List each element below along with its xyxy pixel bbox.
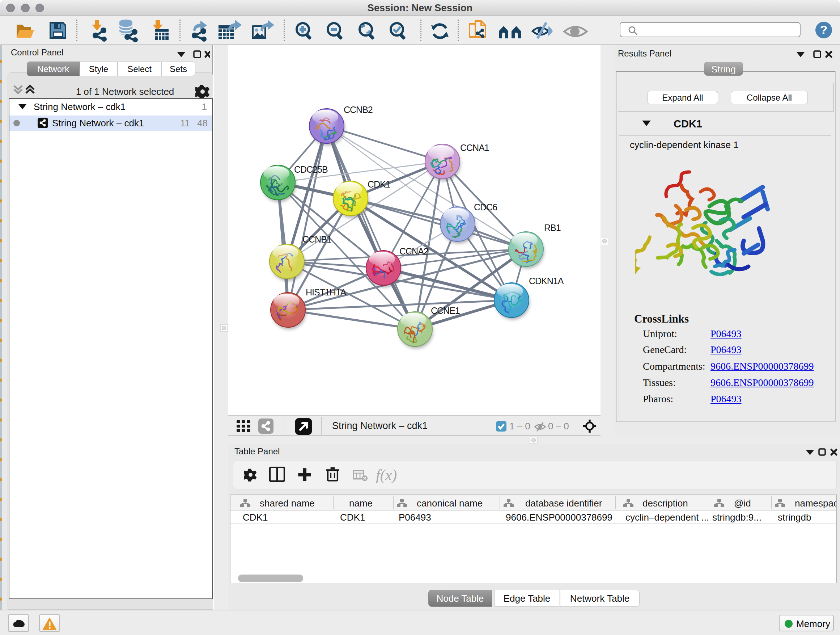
svg-text:?: ?	[820, 23, 828, 36]
svg-text:CCNE1: CCNE1	[431, 306, 460, 316]
svg-text:CDKN1A: CDKN1A	[529, 276, 564, 286]
svg-text:CDC25B: CDC25B	[294, 165, 328, 174]
svg-text:RB1: RB1	[544, 223, 561, 233]
svg-text:CDK1: CDK1	[368, 179, 390, 189]
svg-text:CCNA2: CCNA2	[399, 246, 428, 256]
svg-text:CDC6: CDC6	[474, 202, 497, 212]
svg-text:CCNB1: CCNB1	[302, 234, 332, 244]
svg-text:HIST1H1A: HIST1H1A	[306, 287, 347, 297]
svg-text:CCNB2: CCNB2	[344, 105, 373, 115]
svg-text:CCNA1: CCNA1	[460, 143, 489, 153]
